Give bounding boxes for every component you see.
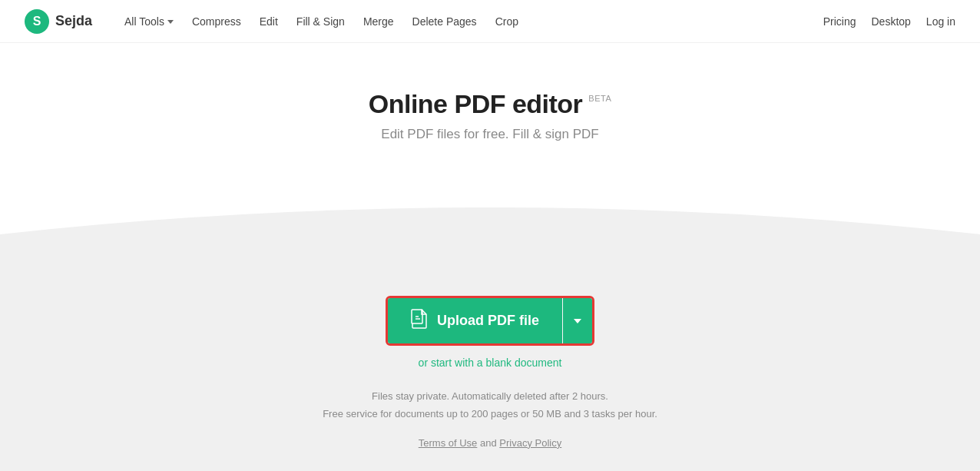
nav-right: Pricing Desktop Log in bbox=[823, 15, 955, 28]
dropdown-arrow-icon bbox=[574, 319, 581, 323]
hero-title-wrapper: Online PDF editor BETA bbox=[369, 89, 612, 119]
nav-all-tools[interactable]: All Tools bbox=[117, 11, 181, 32]
upload-btn-label: Upload PDF file bbox=[437, 313, 539, 329]
upload-btn-wrapper: Upload PDF file bbox=[386, 296, 594, 346]
logo-text: Sejda bbox=[55, 13, 92, 29]
hero-section: Online PDF editor BETA Edit PDF files fo… bbox=[0, 43, 980, 173]
hero-beta-badge: BETA bbox=[588, 94, 611, 103]
upload-area: Upload PDF file or start with a blank do… bbox=[0, 250, 980, 471]
logo-icon: S bbox=[25, 9, 49, 34]
and-separator: and bbox=[480, 437, 499, 449]
nav-edit[interactable]: Edit bbox=[252, 11, 286, 32]
navbar: S Sejda All Tools Compress Edit Fill & S… bbox=[0, 0, 980, 43]
hero-subtitle: Edit PDF files for free. Fill & sign PDF bbox=[15, 127, 965, 142]
privacy-line1: Files stay private. Automatically delete… bbox=[323, 387, 657, 405]
nav-crop[interactable]: Crop bbox=[488, 11, 526, 32]
privacy-info: Files stay private. Automatically delete… bbox=[323, 387, 657, 423]
nav-delete-pages[interactable]: Delete Pages bbox=[405, 11, 485, 32]
curved-section: Upload PDF file or start with a blank do… bbox=[0, 181, 980, 471]
logo[interactable]: S Sejda bbox=[25, 9, 92, 34]
privacy-link[interactable]: Privacy Policy bbox=[499, 437, 561, 449]
nav-login[interactable]: Log in bbox=[926, 15, 955, 28]
nav-main-links: All Tools Compress Edit Fill & Sign Merg… bbox=[117, 11, 823, 32]
nav-desktop[interactable]: Desktop bbox=[871, 15, 910, 28]
upload-dropdown-button[interactable] bbox=[563, 298, 592, 343]
curve-top-svg bbox=[0, 181, 980, 234]
terms-link[interactable]: Terms of Use bbox=[419, 437, 478, 449]
upload-icon bbox=[411, 309, 428, 333]
hero-title: Online PDF editor bbox=[369, 89, 583, 119]
upload-pdf-button[interactable]: Upload PDF file bbox=[388, 298, 562, 343]
nav-pricing[interactable]: Pricing bbox=[823, 15, 856, 28]
blank-doc-link[interactable]: or start with a blank document bbox=[419, 357, 562, 369]
privacy-line2: Free service for documents up to 200 pag… bbox=[323, 405, 657, 423]
nav-fill-sign[interactable]: Fill & Sign bbox=[289, 11, 353, 32]
nav-compress[interactable]: Compress bbox=[184, 11, 249, 32]
privacy-links: Terms of Use and Privacy Policy bbox=[419, 437, 561, 449]
nav-merge[interactable]: Merge bbox=[356, 11, 402, 32]
chevron-down-icon bbox=[167, 20, 174, 24]
curved-inner: Upload PDF file or start with a blank do… bbox=[0, 234, 980, 471]
